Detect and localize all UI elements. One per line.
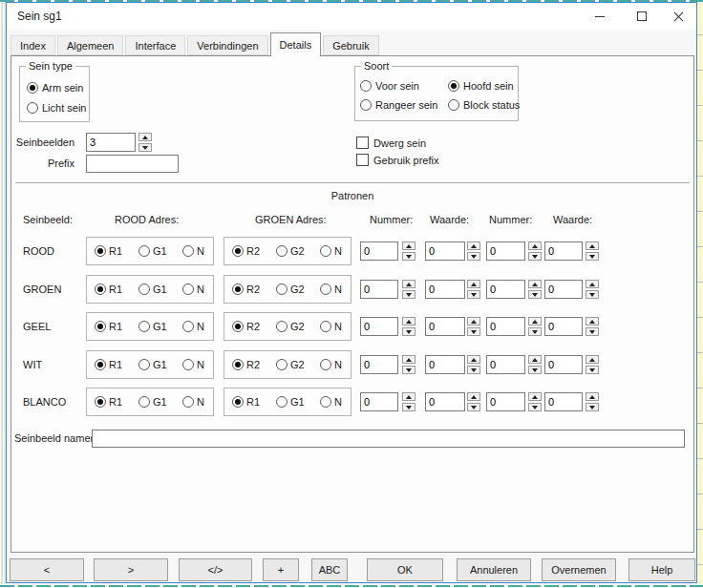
rood-adres2-radio-g2[interactable]: G2	[276, 245, 305, 257]
groen-waarde-2-input[interactable]	[544, 280, 583, 299]
geel-waarde-1-spin-up-button[interactable]	[467, 317, 480, 326]
groen-waarde-1-input[interactable]	[425, 280, 465, 299]
wit-adres1-radio-g1[interactable]: G1	[138, 359, 167, 370]
blanco-nummer-2-spin-down-button[interactable]	[528, 403, 542, 411]
ok-button[interactable]: OK	[367, 558, 443, 581]
geel-adres1-radio-g1[interactable]: G1	[138, 321, 167, 332]
wit-waarde-2-input[interactable]	[544, 355, 583, 374]
groen-waarde-1-spin-down-button[interactable]	[467, 290, 480, 299]
abc-button[interactable]: ABC	[311, 558, 348, 581]
prefix-input[interactable]	[86, 155, 179, 173]
groen-nummer-2-spin-down-button[interactable]	[528, 290, 542, 299]
blanco-nummer-2-spin-up-button[interactable]	[528, 392, 542, 401]
soort-radio-block-status[interactable]: Block status	[448, 99, 520, 111]
blanco-waarde-2-spin-up-button[interactable]	[586, 392, 599, 401]
wit-nummer-2-spin-down-button[interactable]	[528, 366, 542, 374]
groen-nummer-1-input[interactable]	[360, 280, 398, 299]
geel-nummer-1-spin-up-button[interactable]	[402, 317, 415, 326]
wit-adres1-radio-r1[interactable]: R1	[95, 359, 122, 370]
groen-waarde-2-spin-down-button[interactable]	[586, 290, 599, 299]
blanco-waarde-2-spin-down-button[interactable]	[586, 403, 599, 411]
blanco-waarde-2-input[interactable]	[544, 392, 583, 411]
geel-adres1-radio-n[interactable]: N	[182, 321, 204, 332]
wit-waarde-2-spin-down-button[interactable]	[586, 366, 599, 374]
wit-nummer-2-input[interactable]	[486, 355, 525, 374]
geel-adres2-radio-n[interactable]: N	[320, 321, 342, 332]
rood-nummer-1-input[interactable]	[360, 242, 398, 261]
help-button[interactable]: Help	[628, 558, 695, 581]
rood-waarde-2-input[interactable]	[544, 242, 583, 261]
tab-algemeen[interactable]: Algemeen	[57, 35, 124, 55]
rood-waarde-1-spin-down-button[interactable]	[467, 252, 480, 261]
sein-type-radio-arm-sein[interactable]: Arm sein	[27, 82, 86, 94]
rood-nummer-2-input[interactable]	[486, 242, 525, 261]
blanco-nummer-1-input[interactable]	[360, 392, 398, 411]
blanco-adres1-radio-g1[interactable]: G1	[138, 396, 167, 408]
tab-details[interactable]: Details	[270, 32, 322, 56]
tab-verbindingen[interactable]: Verbindingen	[187, 35, 267, 55]
sein-type-radio-licht-sein[interactable]: Licht sein	[27, 102, 86, 114]
close-button[interactable]	[664, 3, 692, 30]
geel-adres1-radio-r1[interactable]: R1	[95, 321, 122, 332]
groen-adres1-radio-n[interactable]: N	[182, 284, 204, 295]
geel-nummer-1-input[interactable]	[360, 317, 398, 336]
titlebar[interactable]: Sein sg1	[7, 3, 696, 30]
groen-waarde-1-spin-up-button[interactable]	[467, 280, 480, 288]
groen-adres2-radio-g2[interactable]: G2	[276, 284, 305, 295]
groen-waarde-2-spin-up-button[interactable]	[586, 280, 599, 288]
blanco-adres2-radio-r1[interactable]: R1	[232, 396, 260, 408]
blanco-waarde-1-input[interactable]	[425, 392, 465, 411]
wit-adres2-radio-r2[interactable]: R2	[232, 359, 260, 370]
soort-radio-voor-sein[interactable]: Voor sein	[360, 80, 444, 92]
rood-adres1-radio-g1[interactable]: G1	[138, 245, 167, 257]
add-button[interactable]: +	[263, 558, 299, 581]
checkbox-gebruik-prefix[interactable]: Gebruik prefix	[356, 154, 438, 166]
prev-button[interactable]: <	[10, 558, 84, 581]
groen-nummer-2-input[interactable]	[486, 280, 525, 299]
tab-gebruik[interactable]: Gebruik	[323, 35, 379, 55]
geel-adres2-radio-g2[interactable]: G2	[276, 321, 305, 332]
blanco-nummer-2-input[interactable]	[486, 392, 525, 411]
overnemen-button[interactable]: Overnemen	[542, 558, 616, 581]
groen-nummer-1-spin-down-button[interactable]	[402, 290, 415, 299]
blanco-adres1-radio-n[interactable]: N	[182, 396, 204, 408]
next-button[interactable]: >	[94, 558, 168, 581]
seinbeelden-input[interactable]	[86, 133, 136, 152]
rood-waarde-2-spin-down-button[interactable]	[586, 252, 599, 261]
rood-adres2-radio-r2[interactable]: R2	[232, 245, 260, 257]
rood-nummer-1-spin-up-button[interactable]	[402, 242, 415, 250]
rood-nummer-2-spin-up-button[interactable]	[528, 242, 542, 250]
seinbeelden-spin-down-button[interactable]	[138, 143, 152, 152]
blanco-adres2-radio-g1[interactable]: G1	[276, 396, 305, 408]
geel-waarde-2-input[interactable]	[544, 317, 583, 336]
rood-adres1-radio-n[interactable]: N	[182, 245, 204, 257]
rood-adres1-radio-r1[interactable]: R1	[95, 245, 122, 257]
code-button[interactable]: </>	[179, 558, 252, 581]
wit-waarde-1-input[interactable]	[425, 355, 465, 374]
soort-radio-rangeer-sein[interactable]: Rangeer sein	[360, 99, 444, 111]
groen-nummer-2-spin-up-button[interactable]	[528, 280, 542, 288]
wit-nummer-1-spin-down-button[interactable]	[402, 366, 415, 374]
groen-nummer-1-spin-up-button[interactable]	[402, 280, 415, 288]
wit-nummer-1-spin-up-button[interactable]	[402, 355, 415, 364]
wit-adres1-radio-n[interactable]: N	[182, 359, 204, 370]
geel-waarde-1-input[interactable]	[425, 317, 465, 336]
tab-interface[interactable]: Interface	[125, 35, 185, 55]
rood-waarde-1-input[interactable]	[425, 242, 465, 261]
geel-waarde-1-spin-down-button[interactable]	[467, 327, 480, 336]
blanco-nummer-1-spin-up-button[interactable]	[402, 392, 415, 401]
geel-nummer-2-spin-down-button[interactable]	[528, 327, 542, 336]
geel-nummer-1-spin-down-button[interactable]	[402, 327, 415, 336]
wit-adres2-radio-g2[interactable]: G2	[276, 359, 305, 370]
tab-index[interactable]: Index	[11, 35, 55, 55]
seinbeelden-spin-up-button[interactable]	[138, 133, 152, 141]
blanco-adres1-radio-r1[interactable]: R1	[95, 396, 122, 408]
wit-adres2-radio-n[interactable]: N	[320, 359, 342, 370]
wit-waarde-2-spin-up-button[interactable]	[586, 355, 599, 364]
geel-waarde-2-spin-down-button[interactable]	[586, 327, 599, 336]
rood-waarde-2-spin-up-button[interactable]	[586, 242, 599, 250]
groen-adres1-radio-g1[interactable]: G1	[138, 284, 167, 295]
geel-nummer-2-spin-up-button[interactable]	[528, 317, 542, 326]
rood-nummer-1-spin-down-button[interactable]	[402, 252, 415, 261]
groen-adres2-radio-r2[interactable]: R2	[232, 284, 260, 295]
